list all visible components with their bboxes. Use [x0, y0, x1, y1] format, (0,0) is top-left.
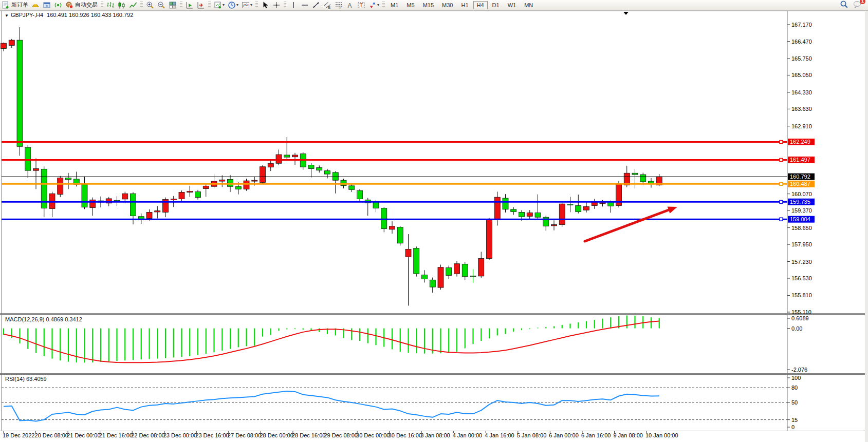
line-chart-button[interactable] — [128, 1, 138, 9]
svg-text:22 Dec 08:00: 22 Dec 08:00 — [131, 432, 164, 438]
tab-timeframe-m15[interactable]: M15 — [419, 1, 437, 9]
svg-text:159.004: 159.004 — [790, 216, 810, 222]
notifications-button[interactable]: 1 — [853, 1, 862, 9]
svg-text:167.170: 167.170 — [791, 22, 812, 28]
svg-text:9 Jan 08:00: 9 Jan 08:00 — [613, 432, 643, 438]
svg-text:159.735: 159.735 — [790, 199, 810, 205]
svg-text:161.497: 161.497 — [790, 157, 810, 163]
tab-timeframe-m1[interactable]: M1 — [387, 1, 402, 9]
indicators-icon — [242, 1, 250, 9]
line-chart-icon — [129, 1, 137, 9]
cursor-icon — [261, 1, 269, 9]
chart-shift-button[interactable] — [196, 1, 206, 9]
market-watch-icon — [43, 1, 51, 9]
tab-timeframe-d1[interactable]: D1 — [489, 1, 503, 9]
svg-text:T: T — [360, 2, 363, 8]
horizontal-line-icon — [301, 1, 309, 9]
arrows-tool-button[interactable]: ▾ — [367, 1, 380, 9]
crosshair-tool-button[interactable] — [271, 1, 282, 9]
tab-timeframe-m30[interactable]: M30 — [438, 1, 456, 9]
market-watch-button[interactable] — [42, 1, 52, 9]
svg-text:162.910: 162.910 — [791, 123, 812, 129]
svg-text:157.950: 157.950 — [791, 241, 812, 247]
candlestick-chart-button[interactable] — [117, 1, 127, 9]
toolbar-grip — [284, 2, 286, 9]
svg-text:160.487: 160.487 — [790, 181, 810, 187]
signal-button[interactable] — [53, 1, 63, 9]
tab-timeframe-w1[interactable]: W1 — [504, 1, 520, 9]
chart-canvas[interactable]: 162.249161.497160.792160.487159.735159.0… — [0, 0, 868, 442]
svg-text:-2.076: -2.076 — [791, 367, 807, 373]
time-axis[interactable]: 19 Dec 202220 Dec 08:0021 Dec 00:0021 De… — [3, 431, 678, 439]
svg-text:155.110: 155.110 — [791, 309, 811, 315]
rsi-indicator-label: RSI(14) 63.4059 — [5, 376, 47, 382]
svg-text:28 Dec 00:00: 28 Dec 00:00 — [260, 432, 293, 438]
price-axis[interactable]: 167.170166.470165.750165.050164.330163.6… — [787, 22, 812, 315]
auto-trading-icon — [65, 1, 73, 9]
main-toolbar: 新订单 自动交易 ▾ ▾ ▾ E F A T ▾ M1 M5 M15 M30 H… — [0, 0, 868, 10]
svg-text:30 Dec 16:00: 30 Dec 16:00 — [389, 432, 422, 438]
new-order-button[interactable]: 新订单 — [1, 1, 29, 9]
toolbar-grip — [208, 2, 211, 9]
tab-timeframe-m5[interactable]: M5 — [403, 1, 418, 9]
tab-timeframe-h4[interactable]: H4 — [473, 1, 488, 9]
tile-windows-button[interactable] — [168, 1, 178, 9]
charts-profile-button[interactable] — [30, 1, 41, 9]
dropdown-caret-icon: ▾ — [223, 3, 225, 7]
zoom-in-button[interactable] — [145, 1, 155, 9]
auto-scroll-button[interactable] — [184, 1, 195, 9]
vertical-line-tool-button[interactable] — [288, 1, 299, 9]
svg-text:157.230: 157.230 — [791, 259, 812, 265]
cursor-tool-button[interactable] — [260, 1, 270, 9]
text-label-tool-button[interactable]: T — [356, 1, 366, 9]
dropdown-caret-icon: ▾ — [236, 3, 238, 7]
svg-text:20 Dec 08:00: 20 Dec 08:00 — [35, 432, 68, 438]
text-label-icon: T — [357, 1, 365, 9]
trend-arrow-annotation[interactable] — [585, 207, 677, 241]
text-tool-button[interactable]: A — [345, 1, 355, 9]
svg-text:6 Jan 00:00: 6 Jan 00:00 — [549, 432, 579, 438]
new-chart-button[interactable]: ▾ — [213, 1, 226, 9]
svg-text:164.330: 164.330 — [791, 89, 812, 95]
chart-top-marker-icon — [623, 12, 629, 15]
zoom-out-button[interactable] — [156, 1, 167, 9]
svg-text:158.650: 158.650 — [791, 225, 812, 231]
dropdown-caret-icon: ▾ — [250, 3, 252, 7]
svg-text:0.00: 0.00 — [791, 325, 802, 332]
period-clock-button[interactable]: ▾ — [227, 1, 239, 9]
macd-pane: 0.60890.00-2.076 — [4, 315, 809, 373]
auto-scroll-icon — [186, 1, 194, 9]
equidistant-channel-icon: E — [323, 1, 331, 9]
search-button[interactable] — [840, 0, 848, 10]
candlestick-chart-icon — [118, 1, 126, 9]
zoom-in-icon — [146, 1, 154, 9]
indicators-button[interactable]: ▾ — [241, 1, 253, 9]
new-chart-icon — [214, 1, 222, 9]
dropdown-caret-icon: ▾ — [377, 3, 379, 7]
horizontal-line-tool-button[interactable] — [300, 1, 310, 9]
signal-icon — [54, 1, 62, 9]
svg-text:156.530: 156.530 — [791, 275, 812, 281]
tab-timeframe-h1[interactable]: H1 — [457, 1, 472, 9]
macd-values: 0.4869 0.3412 — [46, 316, 82, 322]
svg-text:28 Dec 16:00: 28 Dec 16:00 — [292, 432, 325, 438]
bar-chart-icon — [106, 1, 115, 9]
svg-text:23 Dec 16:00: 23 Dec 16:00 — [195, 432, 229, 438]
svg-text:163.630: 163.630 — [791, 106, 812, 112]
toolbar-grip — [140, 2, 143, 9]
candlestick-series — [1, 27, 662, 305]
trendline-tool-button[interactable] — [311, 1, 321, 9]
auto-trading-button[interactable]: 自动交易 — [64, 1, 99, 9]
fibonacci-tool-button[interactable]: F — [334, 1, 344, 9]
notification-badge: 1 — [860, 0, 865, 4]
svg-text:15: 15 — [791, 417, 798, 423]
bar-chart-button[interactable] — [105, 1, 116, 9]
svg-text:E: E — [328, 6, 331, 9]
symbol-period: GBPJPY-,H4 — [11, 12, 43, 18]
svg-text:165.750: 165.750 — [791, 55, 812, 62]
svg-text:30 Dec 00:00: 30 Dec 00:00 — [356, 432, 390, 438]
price-level-lines[interactable]: 162.249161.497160.792160.487159.735159.0… — [2, 139, 815, 223]
symbol-dropdown-icon[interactable]: ▼ — [5, 13, 9, 18]
channel-tool-button[interactable]: E — [322, 1, 333, 9]
tab-timeframe-mn[interactable]: MN — [521, 1, 537, 9]
